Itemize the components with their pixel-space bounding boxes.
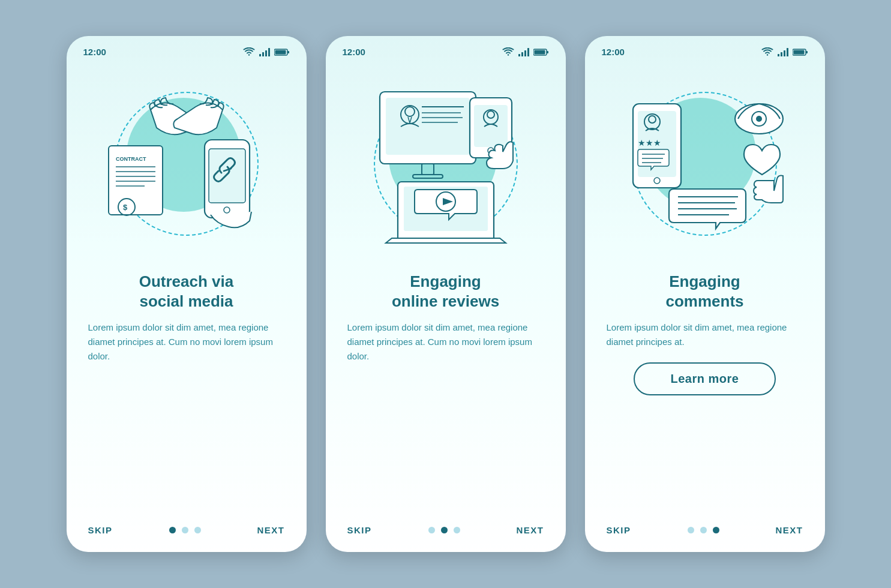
svg-rect-46 bbox=[778, 54, 779, 56]
svg-rect-5 bbox=[287, 51, 289, 53]
illustration-area-1: CONTRACT $ bbox=[67, 62, 307, 266]
status-time-2: 12:00 bbox=[343, 47, 365, 57]
dots-1 bbox=[169, 527, 201, 533]
svg-point-64 bbox=[756, 116, 762, 122]
next-button-3[interactable]: NEXT bbox=[775, 525, 803, 535]
svg-rect-47 bbox=[781, 52, 782, 56]
dots-2 bbox=[428, 527, 460, 533]
status-bar-3: 12:00 bbox=[585, 36, 825, 62]
svg-rect-0 bbox=[259, 54, 261, 56]
illustration-area-3: ★★★ bbox=[585, 62, 825, 266]
learn-more-button[interactable]: Learn more bbox=[634, 362, 776, 395]
status-icons-3 bbox=[761, 47, 808, 56]
phone-body-3: Lorem ipsum dolor sit dim amet, mea regi… bbox=[607, 320, 803, 349]
dot-3-3 bbox=[713, 527, 719, 533]
phone3-illustration: ★★★ bbox=[609, 74, 801, 254]
phone-3: 12:00 bbox=[585, 36, 825, 552]
svg-text:CONTRACT: CONTRACT bbox=[116, 156, 146, 162]
skip-button-2[interactable]: SKIP bbox=[347, 525, 372, 535]
status-bar-2: 12:00 bbox=[326, 36, 566, 62]
next-button-2[interactable]: NEXT bbox=[516, 525, 544, 535]
svg-text:★★★: ★★★ bbox=[638, 138, 661, 148]
battery-icon bbox=[274, 48, 290, 56]
svg-rect-6 bbox=[275, 50, 286, 54]
dot-1-3 bbox=[194, 527, 201, 533]
wifi-icon-3 bbox=[761, 47, 773, 56]
svg-text:$: $ bbox=[123, 203, 128, 212]
status-bar-1: 12:00 bbox=[67, 36, 307, 62]
phone2-illustration bbox=[350, 74, 542, 254]
svg-rect-51 bbox=[806, 51, 808, 53]
svg-rect-48 bbox=[784, 50, 785, 56]
skip-button-1[interactable]: SKIP bbox=[88, 525, 113, 535]
dot-2-3 bbox=[454, 527, 460, 533]
dot-1-2 bbox=[182, 527, 188, 533]
svg-rect-21 bbox=[521, 52, 523, 56]
dot-2-1 bbox=[428, 527, 435, 533]
phone-footer-2: SKIP NEXT bbox=[326, 514, 566, 552]
svg-rect-20 bbox=[518, 54, 520, 56]
next-button-1[interactable]: NEXT bbox=[257, 525, 284, 535]
signal-icon-2 bbox=[518, 48, 529, 56]
phone-content-2: Engaging online reviews Lorem ipsum dolo… bbox=[326, 266, 566, 514]
svg-rect-25 bbox=[547, 51, 548, 53]
status-time-3: 12:00 bbox=[602, 47, 625, 57]
phone-footer-3: SKIP NEXT bbox=[585, 514, 825, 552]
battery-icon-2 bbox=[533, 48, 549, 56]
wifi-icon bbox=[243, 47, 255, 56]
status-icons-2 bbox=[502, 47, 549, 56]
svg-rect-1 bbox=[262, 52, 264, 56]
svg-rect-22 bbox=[524, 50, 526, 56]
svg-rect-35 bbox=[422, 164, 434, 175]
phone-content-1: Outreach via social media Lorem ipsum do… bbox=[67, 266, 307, 514]
svg-rect-26 bbox=[534, 50, 545, 54]
svg-rect-49 bbox=[787, 48, 788, 56]
phones-container: 12:00 bbox=[67, 36, 825, 552]
dot-1-1 bbox=[169, 527, 176, 533]
svg-rect-3 bbox=[268, 48, 270, 56]
phone-1: 12:00 bbox=[67, 36, 307, 552]
phone-title-2: Engaging online reviews bbox=[392, 272, 499, 311]
phone-2: 12:00 bbox=[326, 36, 566, 552]
phone-footer-1: SKIP NEXT bbox=[67, 514, 307, 552]
phone-content-3: Engaging comments Lorem ipsum dolor sit … bbox=[585, 266, 825, 514]
svg-rect-23 bbox=[527, 48, 529, 56]
signal-icon-3 bbox=[778, 48, 788, 56]
illustration-area-2 bbox=[326, 62, 566, 266]
phone-body-2: Lorem ipsum dolor sit dim amet, mea regi… bbox=[347, 320, 544, 364]
dot-3-2 bbox=[700, 527, 707, 533]
dots-3 bbox=[688, 527, 719, 533]
status-time-1: 12:00 bbox=[83, 47, 106, 57]
wifi-icon-2 bbox=[502, 47, 514, 56]
phone1-illustration: CONTRACT $ bbox=[91, 74, 283, 254]
status-icons-1 bbox=[243, 47, 290, 56]
battery-icon-3 bbox=[793, 48, 808, 56]
dot-2-2 bbox=[441, 527, 448, 533]
svg-rect-52 bbox=[793, 50, 804, 54]
phone-title-3: Engaging comments bbox=[665, 272, 743, 311]
phone-title-1: Outreach via social media bbox=[139, 272, 234, 311]
svg-rect-36 bbox=[413, 175, 443, 178]
skip-button-3[interactable]: SKIP bbox=[607, 525, 631, 535]
dot-3-1 bbox=[688, 527, 694, 533]
signal-icon bbox=[259, 48, 270, 56]
svg-rect-2 bbox=[265, 50, 267, 56]
phone-body-1: Lorem ipsum dolor sit dim amet, mea regi… bbox=[88, 320, 285, 364]
